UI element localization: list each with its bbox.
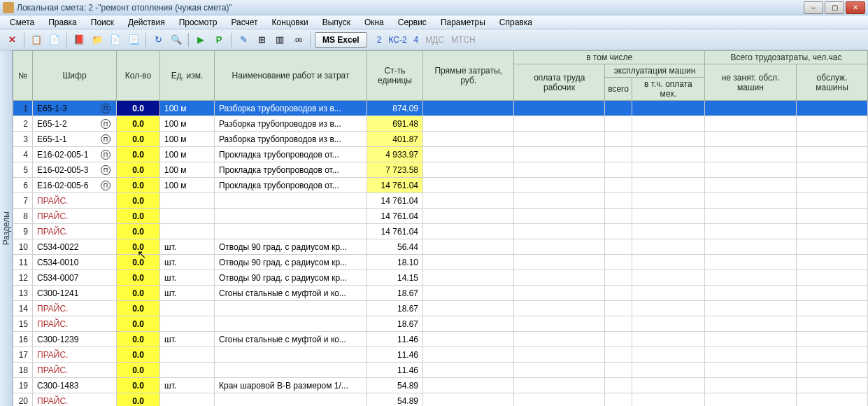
cell[interactable]: 100 м (160, 132, 215, 147)
col-code[interactable]: Шифр (33, 51, 117, 101)
refresh-icon[interactable]: ↻ (150, 32, 166, 48)
menu-сервис[interactable]: Сервис (392, 16, 432, 29)
cell[interactable]: 3 (13, 132, 33, 147)
cell[interactable]: Е16-02-005-6П (33, 178, 117, 193)
cell[interactable] (215, 209, 367, 224)
cell[interactable] (514, 393, 605, 407)
cell[interactable] (605, 209, 632, 224)
cell[interactable] (704, 193, 796, 209)
cell[interactable]: 14 761.04 (367, 224, 423, 239)
cell[interactable]: 18.67 (367, 316, 423, 332)
cell[interactable] (797, 101, 868, 116)
cell[interactable] (797, 162, 868, 178)
table-row[interactable]: 18ПРАЙС.0.011.46 (13, 363, 868, 378)
cell[interactable] (605, 378, 632, 393)
menu-просмотр[interactable]: Просмотр (173, 16, 223, 29)
col-qty[interactable]: Кол-во (117, 51, 160, 101)
cell[interactable]: шт. (160, 378, 215, 393)
cell[interactable]: 11.46 (367, 332, 423, 347)
table-row[interactable]: 14ПРАЙС.0.018.67 (13, 301, 868, 316)
cell[interactable] (605, 116, 632, 132)
cell[interactable] (605, 147, 632, 162)
table-row[interactable]: 13С300-12410.0шт.Сгоны стальные с муфтой… (13, 286, 868, 301)
cell[interactable]: 0.0 (117, 178, 160, 193)
table-row[interactable]: 7ПРАЙС.0.014 761.04 (13, 193, 868, 209)
cell[interactable]: 14 761.04 (367, 193, 423, 209)
cell[interactable]: шт. (160, 255, 215, 270)
cell[interactable] (215, 224, 367, 239)
cell[interactable] (514, 101, 605, 116)
cell[interactable] (704, 101, 796, 116)
cell[interactable]: Отводы 90 град. с радиусом кр... (215, 270, 367, 286)
cell[interactable] (797, 363, 868, 378)
cell[interactable] (160, 209, 215, 224)
cell[interactable] (632, 239, 704, 255)
cell[interactable] (797, 132, 868, 147)
cell[interactable] (632, 224, 704, 239)
cell[interactable] (704, 147, 796, 162)
table-row[interactable]: 10С534-00220.0шт.Отводы 90 град. с радиу… (13, 239, 868, 255)
cell[interactable] (423, 162, 514, 178)
cell[interactable] (423, 147, 514, 162)
cell[interactable] (797, 147, 868, 162)
maximize-button[interactable]: ▢ (825, 1, 844, 14)
cell[interactable]: 9 (13, 224, 33, 239)
cell[interactable]: 0.0 (117, 224, 160, 239)
cell[interactable] (423, 332, 514, 347)
cell[interactable] (514, 239, 605, 255)
cell[interactable] (704, 332, 796, 347)
cell[interactable] (423, 178, 514, 193)
cell[interactable]: Кран шаровой В-В размером 1/... (215, 378, 367, 393)
toolbar-link-2[interactable]: 2 (374, 35, 385, 45)
table-row[interactable]: 20ПРАЙС.0.054.89 (13, 393, 868, 407)
cell[interactable] (704, 270, 796, 286)
table-row[interactable]: 19С300-14830.0шт.Кран шаровой В-В размер… (13, 378, 868, 393)
cell[interactable] (605, 239, 632, 255)
cell[interactable]: 100 м (160, 162, 215, 178)
table-row[interactable]: 5Е16-02-005-3П0.0100 мПрокладка трубопро… (13, 162, 868, 178)
cell[interactable]: 0.0 (117, 255, 160, 270)
cell[interactable] (632, 378, 704, 393)
play-p-icon[interactable]: P (211, 32, 227, 48)
cell[interactable] (704, 132, 796, 147)
cell[interactable]: Е16-02-005-1П (33, 147, 117, 162)
cell[interactable] (215, 193, 367, 209)
menu-действия[interactable]: Действия (122, 16, 171, 29)
cell[interactable]: 14.15 (367, 270, 423, 286)
cell[interactable]: 0.0 (117, 347, 160, 363)
data-grid[interactable]: ↖ № Шифр Кол-во Ед. изм. Наименование ра… (13, 50, 868, 406)
cell[interactable] (160, 301, 215, 316)
menu-окна[interactable]: Окна (359, 16, 390, 29)
sheet-icon[interactable]: 📃 (126, 32, 141, 48)
cell[interactable] (514, 363, 605, 378)
cell[interactable] (605, 178, 632, 193)
cell[interactable]: 18 (13, 363, 33, 378)
play-icon[interactable]: ▶ (193, 32, 208, 48)
cell[interactable]: Е65-1-2П (33, 116, 117, 132)
cell[interactable]: 17 (13, 347, 33, 363)
cell[interactable]: 54.89 (367, 378, 423, 393)
cell[interactable] (797, 332, 868, 347)
cell[interactable]: 54.89 (367, 393, 423, 407)
cell[interactable]: Прокладка трубопроводов от... (215, 147, 367, 162)
cell[interactable]: 2 (13, 116, 33, 132)
col-mach-total[interactable]: всего (605, 78, 632, 101)
cell[interactable]: ПРАЙС. (33, 301, 117, 316)
table-row[interactable]: 11С534-00100.0шт.Отводы 90 град. с радиу… (13, 255, 868, 270)
cell[interactable]: Е65-1-1П (33, 132, 117, 147)
cell[interactable] (605, 301, 632, 316)
cell[interactable]: 19 (13, 378, 33, 393)
cell[interactable] (514, 224, 605, 239)
cell[interactable]: 10 (13, 239, 33, 255)
cell[interactable]: 0.0 (117, 363, 160, 378)
decimals-icon[interactable]: .00 (290, 32, 306, 48)
cell[interactable] (514, 286, 605, 301)
cell[interactable] (215, 316, 367, 332)
cell[interactable] (797, 224, 868, 239)
table-row[interactable]: 16С300-12390.0шт.Сгоны стальные с муфтой… (13, 332, 868, 347)
cell[interactable] (514, 162, 605, 178)
cell[interactable]: Сгоны стальные с муфтой и ко... (215, 332, 367, 347)
table-icon[interactable]: ⊞ (254, 32, 269, 48)
folder-icon[interactable]: 📁 (90, 32, 105, 48)
cell[interactable] (605, 224, 632, 239)
